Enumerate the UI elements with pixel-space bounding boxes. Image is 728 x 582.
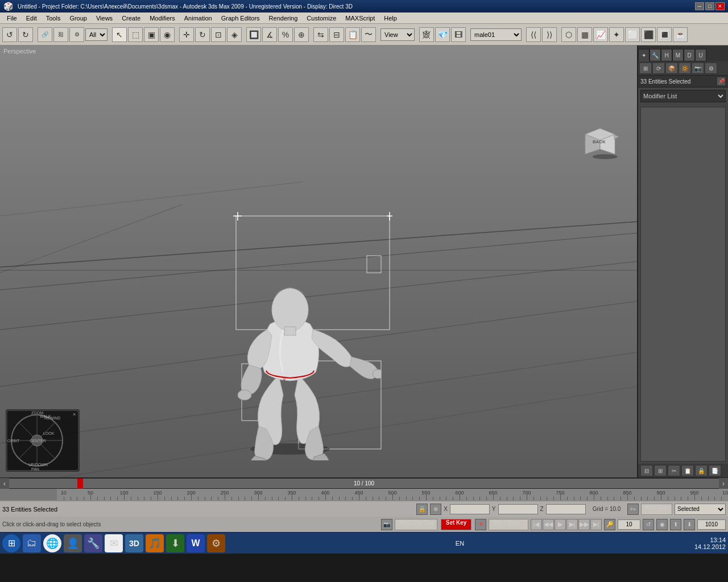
go-start-button[interactable]: |◀: [531, 519, 542, 530]
anim-btn3[interactable]: ⬆: [670, 519, 681, 530]
menu-item-group[interactable]: Group: [65, 14, 92, 23]
schematic-view-button[interactable]: ⬡: [561, 27, 576, 42]
lasso-button[interactable]: ◉: [160, 27, 175, 42]
timeline-position-marker[interactable]: [77, 479, 83, 490]
timeline-scroll-right[interactable]: ›: [719, 478, 728, 489]
close-button[interactable]: ✕: [715, 2, 725, 10]
download-icon[interactable]: ⬇: [166, 534, 184, 552]
anim-btn1[interactable]: ↺: [643, 519, 654, 530]
rp-bottom-btn5[interactable]: 🔒: [695, 465, 708, 476]
media-icon[interactable]: 🎵: [146, 534, 164, 552]
menu-item-graph editors[interactable]: Graph Editors: [217, 14, 264, 23]
undo-button[interactable]: ↺: [2, 27, 17, 42]
rp-icon6[interactable]: ⚙: [705, 63, 717, 74]
anim-btn2[interactable]: ◉: [656, 519, 668, 530]
percent-snap-button[interactable]: %: [278, 27, 293, 42]
menu-item-views[interactable]: Views: [92, 14, 117, 23]
view-select[interactable]: View: [380, 28, 415, 41]
viewport[interactable]: Perspective: [0, 45, 637, 477]
next-frame-button[interactable]: ▶▶: [578, 519, 590, 530]
menu-item-customize[interactable]: Customize: [302, 14, 341, 23]
menu-item-modifiers[interactable]: Modifiers: [145, 14, 180, 23]
rp-bottom-btn6[interactable]: 📑: [709, 465, 721, 476]
track-view-button[interactable]: 📈: [593, 27, 608, 42]
move-button[interactable]: ✛: [179, 27, 194, 42]
menu-item-tools[interactable]: Tools: [42, 14, 65, 23]
menu-item-rendering[interactable]: Rendering: [264, 14, 303, 23]
rp-bottom-btn4[interactable]: 📋: [681, 465, 694, 476]
chrome-icon[interactable]: 🌐: [43, 534, 61, 552]
display-tab[interactable]: D: [684, 49, 695, 61]
minimize-button[interactable]: ─: [695, 2, 704, 10]
next-key-button[interactable]: ⟩⟩: [542, 27, 557, 42]
extra-btn4[interactable]: ☕: [673, 27, 688, 42]
snap-button[interactable]: 🔲: [246, 27, 261, 42]
align-button[interactable]: ⊟: [329, 27, 344, 42]
hierarchy-tab[interactable]: H: [661, 49, 672, 61]
set-key-button[interactable]: Set Key: [441, 519, 472, 530]
nav-gizmo[interactable]: ZOOM ORBIT CENTER WALK LOOK REWIND UP/DO…: [6, 409, 80, 472]
curve-button[interactable]: 〜: [361, 27, 376, 42]
menu-item-help[interactable]: Help: [379, 14, 402, 23]
select-link-button[interactable]: 🔗: [38, 27, 52, 42]
mirror-button[interactable]: ⇆: [313, 27, 328, 42]
layer-button[interactable]: 📋: [345, 27, 360, 42]
create-tab[interactable]: ✦: [638, 49, 650, 61]
angle-snap-button[interactable]: ∡: [262, 27, 277, 42]
motion-tab[interactable]: M: [672, 49, 684, 61]
extra-btn3[interactable]: 🔳: [657, 27, 672, 42]
menu-item-edit[interactable]: Edit: [22, 14, 42, 23]
camera-icon[interactable]: 📷: [381, 519, 392, 530]
schematic-button[interactable]: 🕸: [419, 27, 434, 42]
x-input[interactable]: [450, 504, 490, 514]
y-input[interactable]: [498, 504, 538, 514]
unlink-button[interactable]: ⛓: [53, 27, 68, 42]
add-time-tag-button[interactable]: Add Time Tag: [395, 519, 437, 530]
render-setup-button[interactable]: 🎞: [451, 27, 466, 42]
place-highlight-button[interactable]: ◈: [227, 27, 242, 42]
word-icon[interactable]: W: [187, 534, 205, 552]
key-mode-icon[interactable]: 🔑: [604, 519, 615, 530]
control-panel-icon[interactable]: 🔧: [84, 534, 102, 552]
menu-item-animation[interactable]: Animation: [180, 14, 217, 23]
rp-icon1[interactable]: ⊞: [639, 63, 652, 74]
utilities-tab[interactable]: U: [695, 49, 706, 61]
rotate-button[interactable]: ↻: [195, 27, 210, 42]
bind-button[interactable]: ⚙: [69, 27, 84, 42]
particle-button[interactable]: ✦: [609, 27, 624, 42]
key-filters-button[interactable]: Key Filters...: [489, 519, 528, 530]
filter-icon[interactable]: 🔻: [475, 519, 486, 530]
rp-icon4[interactable]: 🔆: [679, 63, 691, 74]
rp-bottom-btn3[interactable]: ✂: [668, 465, 680, 476]
rp-icon5[interactable]: 📷: [692, 63, 704, 74]
rp-bottom-btn2[interactable]: ⊞: [654, 465, 667, 476]
selected-dropdown[interactable]: Selected: [675, 504, 726, 515]
menu-item-create[interactable]: Create: [117, 14, 145, 23]
rect-select-button[interactable]: ▣: [144, 27, 159, 42]
play-selected-button[interactable]: ▶|: [566, 519, 578, 530]
3dsmax-icon[interactable]: 3D: [125, 534, 143, 552]
lock-icon[interactable]: 🔒: [416, 504, 428, 515]
coord-icon[interactable]: ⊕: [430, 504, 441, 515]
settings-icon[interactable]: ⚙: [207, 534, 225, 552]
select-button[interactable]: ↖: [112, 27, 127, 42]
user-icon[interactable]: 👤: [64, 534, 82, 552]
pin-button[interactable]: 📌: [717, 77, 726, 86]
timeline-track[interactable]: 10 / 100: [9, 479, 719, 488]
frame-input[interactable]: [697, 519, 726, 530]
modifier-list-dropdown[interactable]: Modifier List: [640, 90, 726, 102]
prev-frame-button[interactable]: ◀◀: [543, 519, 554, 530]
rp-bottom-btn1[interactable]: ⊟: [640, 465, 653, 476]
play-button[interactable]: ▶: [555, 519, 566, 530]
timeline-scroll-left[interactable]: ‹: [0, 478, 9, 489]
filter-select[interactable]: All: [85, 28, 107, 41]
menu-item-maxscript[interactable]: MAXScript: [341, 14, 379, 23]
explorer-icon[interactable]: 🗂: [23, 534, 41, 552]
viewport-cube[interactable]: BACK: [580, 119, 620, 159]
z-input[interactable]: [546, 504, 586, 514]
rp-icon2[interactable]: ⟳: [652, 63, 665, 74]
select-region-button[interactable]: ⬚: [128, 27, 143, 42]
modify-tab[interactable]: 🔧: [650, 49, 661, 61]
material-button[interactable]: 💎: [435, 27, 450, 42]
anim-btn4[interactable]: ⬇: [684, 519, 695, 530]
